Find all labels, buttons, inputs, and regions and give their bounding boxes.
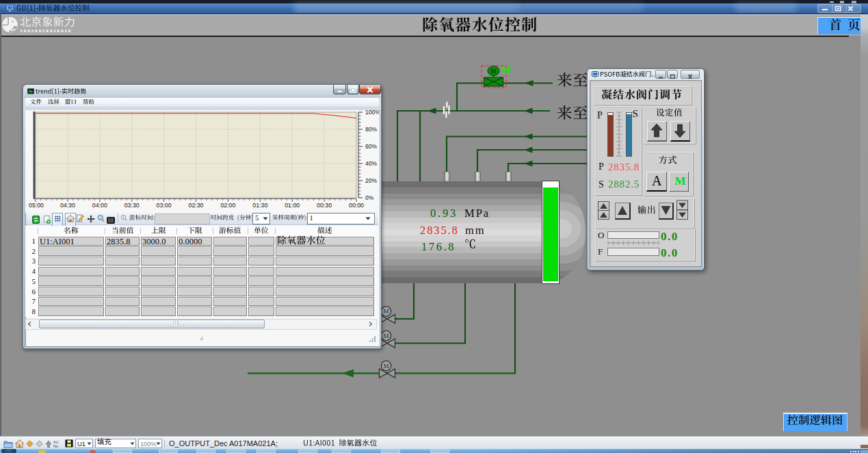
svg-text:M: M: [490, 68, 496, 75]
svg-text:03:00: 03:00: [157, 202, 172, 209]
svg-text:04:00: 04:00: [92, 202, 107, 209]
svg-text:01:30: 01:30: [252, 202, 267, 209]
svg-text:M: M: [383, 363, 389, 370]
svg-text:02:00: 02:00: [220, 202, 235, 209]
svg-text:02:30: 02:30: [188, 202, 203, 209]
svg-text:1: 1: [122, 216, 124, 219]
svg-text:0%: 0%: [365, 194, 374, 201]
svg-text:No: No: [53, 443, 58, 447]
svg-text:M: M: [383, 333, 389, 339]
svg-text:00:30: 00:30: [317, 202, 332, 209]
svg-text:60%: 60%: [365, 143, 377, 150]
svg-text:04:30: 04:30: [60, 202, 75, 209]
svg-text:M: M: [383, 308, 389, 315]
svg-text:05:00: 05:00: [29, 202, 44, 209]
svg-text:80%: 80%: [365, 126, 377, 133]
svg-text:40%: 40%: [365, 160, 377, 167]
svg-text:00:00: 00:00: [349, 202, 364, 209]
svg-text:03:30: 03:30: [124, 202, 140, 209]
svg-text:100%: 100%: [365, 110, 379, 116]
svg-text:20%: 20%: [365, 177, 377, 184]
svg-text:01:00: 01:00: [285, 202, 300, 209]
svg-text:M: M: [502, 64, 512, 75]
